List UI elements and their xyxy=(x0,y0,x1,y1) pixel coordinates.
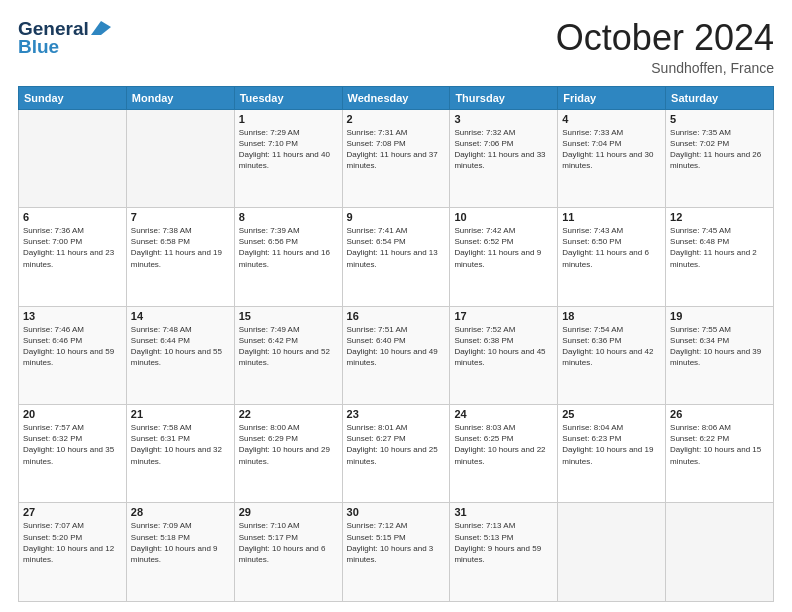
day-number: 13 xyxy=(23,310,122,322)
day-number: 29 xyxy=(239,506,338,518)
calendar-cell: 27Sunrise: 7:07 AM Sunset: 5:20 PM Dayli… xyxy=(19,503,127,602)
calendar-cell: 6Sunrise: 7:36 AM Sunset: 7:00 PM Daylig… xyxy=(19,208,127,306)
day-info: Sunrise: 7:58 AM Sunset: 6:31 PM Dayligh… xyxy=(131,422,230,467)
day-number: 9 xyxy=(347,211,446,223)
day-info: Sunrise: 8:03 AM Sunset: 6:25 PM Dayligh… xyxy=(454,422,553,467)
day-info: Sunrise: 7:52 AM Sunset: 6:38 PM Dayligh… xyxy=(454,324,553,369)
day-info: Sunrise: 7:41 AM Sunset: 6:54 PM Dayligh… xyxy=(347,225,446,270)
day-number: 20 xyxy=(23,408,122,420)
calendar-cell xyxy=(19,109,127,207)
calendar-cell: 31Sunrise: 7:13 AM Sunset: 5:13 PM Dayli… xyxy=(450,503,558,602)
day-info: Sunrise: 8:01 AM Sunset: 6:27 PM Dayligh… xyxy=(347,422,446,467)
weekday-header-saturday: Saturday xyxy=(666,86,774,109)
day-info: Sunrise: 7:48 AM Sunset: 6:44 PM Dayligh… xyxy=(131,324,230,369)
calendar-cell: 11Sunrise: 7:43 AM Sunset: 6:50 PM Dayli… xyxy=(558,208,666,306)
day-number: 8 xyxy=(239,211,338,223)
day-info: Sunrise: 7:13 AM Sunset: 5:13 PM Dayligh… xyxy=(454,520,553,565)
day-number: 4 xyxy=(562,113,661,125)
day-info: Sunrise: 7:32 AM Sunset: 7:06 PM Dayligh… xyxy=(454,127,553,172)
day-info: Sunrise: 7:43 AM Sunset: 6:50 PM Dayligh… xyxy=(562,225,661,270)
calendar-cell: 12Sunrise: 7:45 AM Sunset: 6:48 PM Dayli… xyxy=(666,208,774,306)
calendar-week-4: 20Sunrise: 7:57 AM Sunset: 6:32 PM Dayli… xyxy=(19,405,774,503)
day-info: Sunrise: 7:31 AM Sunset: 7:08 PM Dayligh… xyxy=(347,127,446,172)
day-info: Sunrise: 7:07 AM Sunset: 5:20 PM Dayligh… xyxy=(23,520,122,565)
location-subtitle: Sundhoffen, France xyxy=(556,60,774,76)
weekday-header-monday: Monday xyxy=(126,86,234,109)
day-info: Sunrise: 7:57 AM Sunset: 6:32 PM Dayligh… xyxy=(23,422,122,467)
calendar-cell: 28Sunrise: 7:09 AM Sunset: 5:18 PM Dayli… xyxy=(126,503,234,602)
calendar-cell: 7Sunrise: 7:38 AM Sunset: 6:58 PM Daylig… xyxy=(126,208,234,306)
day-number: 11 xyxy=(562,211,661,223)
day-info: Sunrise: 7:42 AM Sunset: 6:52 PM Dayligh… xyxy=(454,225,553,270)
calendar-table: SundayMondayTuesdayWednesdayThursdayFrid… xyxy=(18,86,774,602)
calendar-cell: 22Sunrise: 8:00 AM Sunset: 6:29 PM Dayli… xyxy=(234,405,342,503)
calendar-page: General Blue October 2024 Sundhoffen, Fr… xyxy=(0,0,792,612)
calendar-cell: 3Sunrise: 7:32 AM Sunset: 7:06 PM Daylig… xyxy=(450,109,558,207)
day-info: Sunrise: 7:38 AM Sunset: 6:58 PM Dayligh… xyxy=(131,225,230,270)
calendar-cell: 21Sunrise: 7:58 AM Sunset: 6:31 PM Dayli… xyxy=(126,405,234,503)
day-info: Sunrise: 7:46 AM Sunset: 6:46 PM Dayligh… xyxy=(23,324,122,369)
calendar-cell: 23Sunrise: 8:01 AM Sunset: 6:27 PM Dayli… xyxy=(342,405,450,503)
day-info: Sunrise: 7:55 AM Sunset: 6:34 PM Dayligh… xyxy=(670,324,769,369)
calendar-cell: 25Sunrise: 8:04 AM Sunset: 6:23 PM Dayli… xyxy=(558,405,666,503)
day-number: 28 xyxy=(131,506,230,518)
calendar-week-1: 1Sunrise: 7:29 AM Sunset: 7:10 PM Daylig… xyxy=(19,109,774,207)
calendar-cell: 24Sunrise: 8:03 AM Sunset: 6:25 PM Dayli… xyxy=(450,405,558,503)
title-block: October 2024 Sundhoffen, France xyxy=(556,18,774,76)
day-number: 3 xyxy=(454,113,553,125)
day-number: 27 xyxy=(23,506,122,518)
calendar-cell: 30Sunrise: 7:12 AM Sunset: 5:15 PM Dayli… xyxy=(342,503,450,602)
day-number: 25 xyxy=(562,408,661,420)
calendar-cell: 29Sunrise: 7:10 AM Sunset: 5:17 PM Dayli… xyxy=(234,503,342,602)
day-number: 24 xyxy=(454,408,553,420)
month-title: October 2024 xyxy=(556,18,774,58)
day-number: 7 xyxy=(131,211,230,223)
day-info: Sunrise: 7:54 AM Sunset: 6:36 PM Dayligh… xyxy=(562,324,661,369)
calendar-week-2: 6Sunrise: 7:36 AM Sunset: 7:00 PM Daylig… xyxy=(19,208,774,306)
svg-marker-0 xyxy=(91,21,111,35)
calendar-cell: 20Sunrise: 7:57 AM Sunset: 6:32 PM Dayli… xyxy=(19,405,127,503)
day-info: Sunrise: 7:09 AM Sunset: 5:18 PM Dayligh… xyxy=(131,520,230,565)
logo-icon xyxy=(91,21,111,35)
day-info: Sunrise: 8:06 AM Sunset: 6:22 PM Dayligh… xyxy=(670,422,769,467)
logo: General Blue xyxy=(18,18,111,58)
calendar-cell: 8Sunrise: 7:39 AM Sunset: 6:56 PM Daylig… xyxy=(234,208,342,306)
weekday-header-friday: Friday xyxy=(558,86,666,109)
calendar-cell: 14Sunrise: 7:48 AM Sunset: 6:44 PM Dayli… xyxy=(126,306,234,404)
day-number: 10 xyxy=(454,211,553,223)
day-number: 22 xyxy=(239,408,338,420)
day-number: 19 xyxy=(670,310,769,322)
day-info: Sunrise: 7:10 AM Sunset: 5:17 PM Dayligh… xyxy=(239,520,338,565)
calendar-cell: 9Sunrise: 7:41 AM Sunset: 6:54 PM Daylig… xyxy=(342,208,450,306)
calendar-cell xyxy=(666,503,774,602)
weekday-header-tuesday: Tuesday xyxy=(234,86,342,109)
calendar-cell: 16Sunrise: 7:51 AM Sunset: 6:40 PM Dayli… xyxy=(342,306,450,404)
day-number: 21 xyxy=(131,408,230,420)
calendar-cell: 17Sunrise: 7:52 AM Sunset: 6:38 PM Dayli… xyxy=(450,306,558,404)
day-number: 18 xyxy=(562,310,661,322)
day-number: 17 xyxy=(454,310,553,322)
calendar-cell: 4Sunrise: 7:33 AM Sunset: 7:04 PM Daylig… xyxy=(558,109,666,207)
day-info: Sunrise: 7:51 AM Sunset: 6:40 PM Dayligh… xyxy=(347,324,446,369)
day-info: Sunrise: 7:12 AM Sunset: 5:15 PM Dayligh… xyxy=(347,520,446,565)
day-info: Sunrise: 7:35 AM Sunset: 7:02 PM Dayligh… xyxy=(670,127,769,172)
day-number: 26 xyxy=(670,408,769,420)
day-number: 6 xyxy=(23,211,122,223)
day-number: 12 xyxy=(670,211,769,223)
day-info: Sunrise: 8:04 AM Sunset: 6:23 PM Dayligh… xyxy=(562,422,661,467)
calendar-body: 1Sunrise: 7:29 AM Sunset: 7:10 PM Daylig… xyxy=(19,109,774,601)
day-number: 14 xyxy=(131,310,230,322)
day-number: 31 xyxy=(454,506,553,518)
day-info: Sunrise: 8:00 AM Sunset: 6:29 PM Dayligh… xyxy=(239,422,338,467)
day-number: 16 xyxy=(347,310,446,322)
logo-blue: Blue xyxy=(18,36,59,58)
day-info: Sunrise: 7:39 AM Sunset: 6:56 PM Dayligh… xyxy=(239,225,338,270)
calendar-cell: 10Sunrise: 7:42 AM Sunset: 6:52 PM Dayli… xyxy=(450,208,558,306)
calendar-cell: 18Sunrise: 7:54 AM Sunset: 6:36 PM Dayli… xyxy=(558,306,666,404)
day-info: Sunrise: 7:29 AM Sunset: 7:10 PM Dayligh… xyxy=(239,127,338,172)
calendar-cell xyxy=(126,109,234,207)
day-number: 15 xyxy=(239,310,338,322)
header: General Blue October 2024 Sundhoffen, Fr… xyxy=(18,18,774,76)
calendar-cell: 26Sunrise: 8:06 AM Sunset: 6:22 PM Dayli… xyxy=(666,405,774,503)
calendar-cell: 2Sunrise: 7:31 AM Sunset: 7:08 PM Daylig… xyxy=(342,109,450,207)
